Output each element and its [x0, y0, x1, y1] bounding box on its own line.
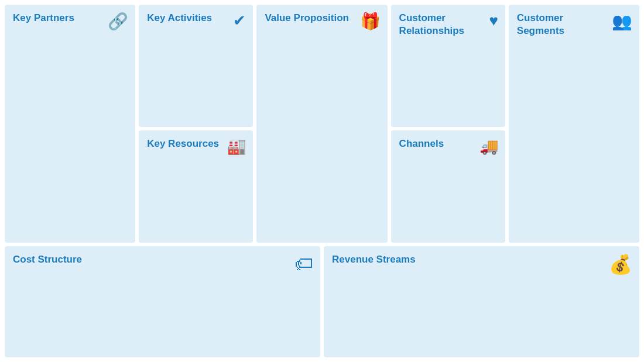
factory-icon: 🏭: [227, 137, 246, 156]
cost-structure-cell[interactable]: Cost Structure 🏷: [5, 246, 320, 357]
customer-segments-title: Customer Segments: [517, 12, 602, 37]
customer-relationships-cell[interactable]: Customer Relationships ♥: [391, 5, 505, 127]
value-proposition-cell[interactable]: Value Proposition 🎁: [256, 5, 387, 243]
value-proposition-title: Value Proposition: [265, 12, 350, 25]
business-model-canvas: Key Partners 🔗 Key Activities ✔ Key Reso…: [0, 0, 644, 362]
customer-segments-cell[interactable]: Customer Segments 👥: [509, 5, 639, 243]
truck-icon: 🚚: [479, 137, 498, 156]
key-partners-cell[interactable]: Key Partners 🔗: [5, 5, 135, 243]
key-activities-title: Key Activities: [147, 12, 220, 25]
revenue-streams-cell[interactable]: Revenue Streams 💰: [324, 246, 639, 357]
key-resources-cell[interactable]: Key Resources 🏭: [139, 130, 253, 243]
customer-relationships-title: Customer Relationships: [399, 12, 472, 37]
people-icon: 👥: [612, 12, 632, 31]
tag-icon: 🏷: [294, 253, 313, 275]
check-icon: ✔: [233, 12, 246, 30]
key-resources-title: Key Resources: [147, 137, 220, 150]
key-activities-cell[interactable]: Key Activities ✔: [139, 5, 253, 127]
heart-icon: ♥: [489, 12, 498, 30]
top-section: Key Partners 🔗 Key Activities ✔ Key Reso…: [5, 5, 639, 243]
money-bag-icon: 💰: [609, 253, 632, 275]
customer-mid-column: Customer Relationships ♥ Channels 🚚: [391, 5, 505, 243]
revenue-streams-title: Revenue Streams: [332, 253, 556, 266]
link-icon: 🔗: [108, 12, 128, 31]
middle-column: Key Activities ✔ Key Resources 🏭: [139, 5, 253, 243]
channels-cell[interactable]: Channels 🚚: [391, 130, 505, 243]
cost-structure-title: Cost Structure: [13, 253, 237, 266]
gift-icon: 🎁: [360, 12, 381, 31]
bottom-section: Cost Structure 🏷 Revenue Streams 💰: [5, 246, 639, 357]
channels-title: Channels: [399, 137, 472, 150]
key-partners-title: Key Partners: [13, 12, 98, 25]
